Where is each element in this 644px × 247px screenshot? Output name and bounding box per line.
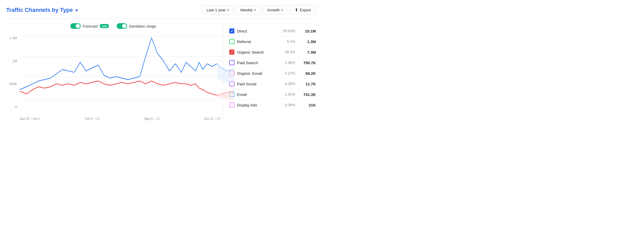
direct-name: Direct bbox=[237, 29, 277, 33]
referral-pct: 5.2% bbox=[279, 39, 295, 44]
main-content: Forecast new Deviation range 1.5M 1M 500… bbox=[6, 23, 316, 121]
organic-search-pct: 28.9% bbox=[279, 50, 295, 54]
date-chevron-icon: ▾ bbox=[227, 8, 229, 12]
legend-referral: Referral 5.2% 1.3M bbox=[229, 36, 316, 47]
freq-chevron-icon: ▾ bbox=[254, 8, 256, 12]
paid-social-name: Paid Social bbox=[237, 82, 277, 86]
direct-pct: 59.63% bbox=[279, 29, 295, 33]
y-axis-labels: 1.5M 1M 500K 0 bbox=[6, 34, 17, 116]
x-label-oct: Oct 22 – 27 bbox=[204, 117, 220, 121]
y-label-1m: 1M bbox=[6, 59, 17, 63]
paid-search-name: Paid Search bbox=[237, 61, 277, 65]
paid-search-pct: 2.96% bbox=[279, 61, 295, 65]
display-ads-pct: 0.08% bbox=[279, 103, 295, 107]
title-chevron-icon: ▾ bbox=[75, 8, 78, 13]
organic-forecast-area bbox=[217, 91, 234, 100]
paid-search-val: 750.7K bbox=[298, 61, 316, 65]
frequency-button[interactable]: Weekly ▾ bbox=[236, 5, 260, 14]
chart-area: Forecast new Deviation range 1.5M 1M 500… bbox=[6, 23, 223, 121]
metric-button[interactable]: Growth ▾ bbox=[263, 5, 287, 14]
paid-social-pct: 0.05% bbox=[279, 82, 295, 86]
y-label-500k: 500K bbox=[6, 82, 17, 86]
legend-organic-social: Organic Social 0.27% 68.2K bbox=[229, 68, 316, 79]
deviation-label: Deviation range bbox=[129, 24, 156, 28]
organic-search-line bbox=[20, 81, 217, 95]
legend-paid-search: Paid Search 2.96% 750.7K bbox=[229, 57, 316, 68]
toggle-row: Forecast new Deviation range bbox=[6, 23, 220, 29]
forecast-label: Forecast bbox=[83, 24, 98, 28]
legend-paid-social: Paid Social 0.05% 11.7K bbox=[229, 79, 316, 89]
deviation-toggle-item: Deviation range bbox=[117, 23, 156, 29]
line-chart bbox=[20, 34, 234, 108]
direct-line bbox=[20, 38, 217, 90]
page-title: Traffic Channels by Type ▾ bbox=[6, 7, 78, 13]
x-label-feb: Feb 5 – 11 bbox=[85, 117, 99, 121]
metric-chevron-icon: ▾ bbox=[281, 8, 283, 12]
forecast-toggle[interactable] bbox=[70, 23, 81, 29]
display-ads-val: 21K bbox=[298, 103, 316, 107]
referral-val: 1.3M bbox=[298, 39, 316, 44]
y-label-1.5m: 1.5M bbox=[6, 36, 17, 40]
chart-container: 1.5M 1M 500K 0 bbox=[6, 34, 220, 116]
export-icon: ⬆ bbox=[295, 7, 298, 12]
direct-checkbox[interactable]: ✓ bbox=[229, 28, 234, 34]
paid-social-val: 11.7K bbox=[298, 82, 316, 86]
title-link[interactable]: Type ▾ bbox=[60, 7, 78, 13]
title-static: Traffic Channels by bbox=[6, 7, 58, 13]
organic-social-pct: 0.27% bbox=[279, 71, 295, 75]
email-name: Email bbox=[237, 92, 277, 97]
date-range-button[interactable]: Last 1 year ▾ bbox=[202, 5, 233, 14]
organic-search-val: 7.3M bbox=[298, 50, 316, 54]
x-label-sep: Sep 25 – Oct 1 bbox=[20, 117, 40, 121]
y-label-0: 0 bbox=[6, 105, 17, 109]
legend-display-ads: Display Ads 0.08% 21K bbox=[229, 100, 316, 110]
email-pct: 2.92% bbox=[279, 92, 295, 96]
display-ads-name: Display Ads bbox=[237, 103, 277, 107]
direct-val: 15.1M bbox=[298, 29, 316, 33]
organic-social-val: 68.2K bbox=[298, 71, 316, 76]
legend-area: ✓ Direct 59.63% 15.1M Referral 5.2% 1.3M… bbox=[223, 23, 316, 121]
export-button[interactable]: ⬆ Export bbox=[290, 5, 316, 15]
legend-direct: ✓ Direct 59.63% 15.1M bbox=[229, 26, 316, 36]
header-controls: Last 1 year ▾ Weekly ▾ Growth ▾ ⬆ Export bbox=[202, 5, 316, 15]
organic-social-name: Organic Social bbox=[237, 71, 277, 76]
x-label-may: May 6 – 12 bbox=[144, 117, 159, 121]
forecast-area bbox=[217, 64, 234, 84]
legend-email: Email 2.92% 741.3K bbox=[229, 89, 316, 100]
forecast-new-badge: new bbox=[100, 24, 109, 28]
referral-name: Referral bbox=[237, 39, 277, 44]
organic-search-name: Organic Search bbox=[237, 50, 277, 54]
x-axis-labels: Sep 25 – Oct 1 Feb 5 – 11 May 6 – 12 Oct… bbox=[20, 117, 220, 121]
email-val: 741.3K bbox=[298, 92, 316, 97]
legend-organic-search: ✓ Organic Search 28.9% 7.3M bbox=[229, 47, 316, 57]
deviation-toggle[interactable] bbox=[117, 23, 127, 29]
forecast-toggle-item: Forecast new bbox=[70, 23, 109, 29]
page-header: Traffic Channels by Type ▾ Last 1 year ▾… bbox=[6, 5, 316, 19]
